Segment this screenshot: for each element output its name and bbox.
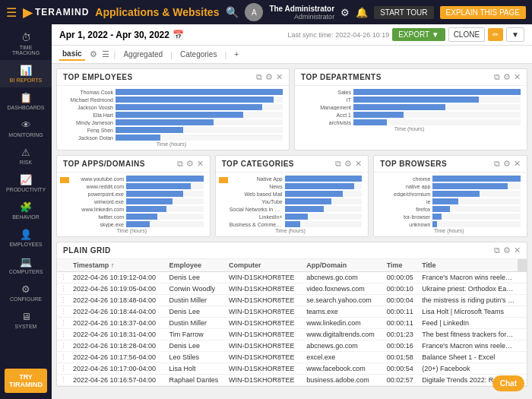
bar-container[interactable]: [126, 198, 204, 204]
bar-container[interactable]: [126, 206, 204, 212]
col-time[interactable]: Time: [384, 259, 420, 272]
bar-container[interactable]: [116, 97, 283, 103]
bar-container[interactable]: [285, 191, 363, 197]
table-row[interactable]: ⋮2022-04-26 10:18:31-04:00Tim FarrowWIN-…: [57, 329, 527, 340]
tab-add[interactable]: +: [231, 49, 242, 60]
sidebar-item-behavior[interactable]: 🧩 BEHAVIOR: [0, 197, 52, 224]
bar-container[interactable]: [432, 198, 521, 204]
sidebar-item-configure[interactable]: ⚙ CONFIGURE: [0, 279, 52, 306]
sidebar-item-dashboards[interactable]: 📋 DASHBOARDS: [0, 87, 52, 115]
sidebar-item-computers[interactable]: 💻 COMPUTERS: [0, 252, 52, 279]
bar-container[interactable]: [116, 135, 283, 141]
settings-icon[interactable]: ⚙: [344, 159, 352, 169]
bar-container[interactable]: [353, 97, 521, 103]
settings-icon[interactable]: ⚙: [503, 72, 511, 82]
close-icon[interactable]: ✕: [514, 159, 521, 169]
edit-button[interactable]: ✏: [488, 28, 503, 41]
tab-basic[interactable]: basic: [59, 48, 85, 61]
bar-container[interactable]: [353, 89, 521, 95]
table-row[interactable]: ⋮2022-04-26 10:18:37-04:00Dustin MillerW…: [57, 318, 527, 329]
tab-aggregated[interactable]: Aggregated: [120, 49, 166, 60]
chat-button[interactable]: Chat: [492, 375, 524, 391]
bar-container[interactable]: [432, 191, 521, 197]
sidebar-item-productivity[interactable]: 📈 PRODUCTIVITY: [0, 169, 52, 197]
copy-icon[interactable]: ⧉: [256, 72, 262, 82]
calendar-icon[interactable]: 📅: [173, 30, 184, 40]
row-menu[interactable]: ⋮: [57, 340, 70, 352]
search-icon[interactable]: 🔍: [226, 6, 239, 18]
bar-container[interactable]: [126, 191, 204, 197]
row-menu[interactable]: ⋮: [57, 306, 70, 318]
table-row[interactable]: ⋮2022-04-26 10:18:48-04:00Dustin MillerW…: [57, 295, 527, 306]
close-icon[interactable]: ✕: [197, 159, 204, 169]
bar-container[interactable]: [285, 206, 363, 212]
bar-container[interactable]: [116, 104, 283, 110]
notifications-icon[interactable]: 🔔: [356, 7, 368, 18]
row-menu[interactable]: ⋮: [57, 352, 70, 363]
bar-container[interactable]: [116, 127, 283, 133]
bar-container[interactable]: [432, 183, 521, 189]
sidebar-item-employees[interactable]: 👤 EMPLOYEES: [0, 224, 52, 252]
row-menu[interactable]: ⋮: [57, 318, 70, 329]
table-row[interactable]: ⋮2022-04-26 10:19:12-04:00Denis LeeWIN-D…: [57, 272, 527, 283]
bar-container[interactable]: [116, 112, 283, 118]
col-computer[interactable]: Computer: [226, 259, 303, 272]
col-employee[interactable]: Employee: [166, 259, 226, 272]
bar-container[interactable]: [126, 214, 204, 220]
row-menu[interactable]: ⋮: [57, 329, 70, 340]
table-row[interactable]: ⋮2022-04-26 10:18:44-04:00Denis LeeWIN-D…: [57, 306, 527, 318]
copy-icon[interactable]: ⧉: [177, 159, 183, 169]
sidebar-item-time-tracking[interactable]: ⏱ TIMETRACKING: [0, 27, 52, 60]
tab-list-icon[interactable]: ☰: [102, 49, 109, 59]
row-menu[interactable]: ⋮: [57, 295, 70, 306]
bar-container[interactable]: [116, 119, 283, 125]
row-menu[interactable]: ⋮: [57, 363, 70, 375]
table-row[interactable]: ⋮2022-04-26 10:17:00-04:00Lisa HoltWIN-D…: [57, 363, 527, 375]
bar-container[interactable]: [285, 214, 363, 220]
bar-container[interactable]: [353, 119, 521, 125]
bar-container[interactable]: [353, 104, 521, 110]
bar-container[interactable]: [432, 176, 521, 182]
settings-icon[interactable]: ⚙: [265, 72, 273, 82]
sidebar-item-risk[interactable]: ⚠ RISK: [0, 142, 52, 169]
close-icon[interactable]: ✕: [514, 245, 521, 255]
sidebar-item-system[interactable]: 🖥 SYSTEM: [0, 306, 52, 334]
copy-icon[interactable]: ⧉: [494, 72, 500, 82]
table-row[interactable]: ⋮2022-04-26 10:18:28-04:00Denis LeeWIN-D…: [57, 340, 527, 352]
close-icon[interactable]: ✕: [276, 72, 283, 82]
settings-icon[interactable]: ⚙: [340, 7, 350, 18]
export-button[interactable]: EXPORT ▼: [392, 28, 445, 41]
bar-container[interactable]: [353, 112, 521, 118]
tab-categories[interactable]: Categories: [177, 49, 220, 60]
bar-container[interactable]: [126, 176, 204, 182]
settings-icon[interactable]: ⚙: [503, 245, 511, 255]
bar-container[interactable]: [126, 221, 204, 227]
try-tiramind-button[interactable]: TRY TIRAMIND: [5, 369, 47, 393]
copy-icon[interactable]: ⧉: [335, 159, 341, 169]
row-menu[interactable]: ⋮: [57, 283, 70, 295]
bar-container[interactable]: [432, 214, 521, 220]
clone-button[interactable]: CLONE: [448, 27, 485, 42]
explain-button[interactable]: EXPLAIN THIS PAGE: [440, 6, 526, 19]
settings-icon[interactable]: ⚙: [186, 159, 194, 169]
col-sidebar-toggle[interactable]: [518, 259, 527, 272]
bar-container[interactable]: [126, 183, 204, 189]
close-icon[interactable]: ✕: [355, 159, 362, 169]
sidebar-item-monitoring[interactable]: 👁 MONITORING: [0, 115, 52, 142]
col-title[interactable]: Title: [419, 259, 518, 272]
row-menu[interactable]: ⋮: [57, 375, 70, 386]
settings-icon[interactable]: ⚙: [503, 159, 511, 169]
sidebar-item-bi-reports[interactable]: 📊 BI REPORTS: [0, 60, 52, 87]
bar-container[interactable]: [116, 89, 283, 95]
filter-button[interactable]: ▼: [506, 27, 524, 42]
bar-container[interactable]: [432, 221, 521, 227]
table-row[interactable]: ⋮2022-04-26 10:17:56-04:00Leo StilesWIN-…: [57, 352, 527, 363]
bar-container[interactable]: [285, 221, 363, 227]
table-row[interactable]: ⋮2022-04-26 10:19:05-04:00Corwin WoodlyW…: [57, 283, 527, 295]
bar-container[interactable]: [285, 183, 363, 189]
hamburger-icon[interactable]: ☰: [6, 5, 17, 20]
col-app[interactable]: App/Domain: [303, 259, 383, 272]
tab-settings-icon[interactable]: ⚙: [90, 49, 97, 59]
start-tour-button[interactable]: START TOUR: [374, 6, 433, 19]
bar-container[interactable]: [432, 206, 521, 212]
